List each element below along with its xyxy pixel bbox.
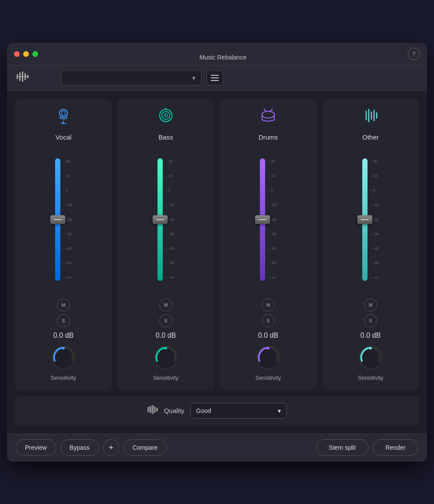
svg-point-28 — [267, 347, 270, 350]
vocal-mute-solo: M S — [57, 298, 70, 327]
other-label: Other — [362, 133, 379, 141]
bass-knob-section: Sensitivity — [152, 344, 179, 381]
drums-icon — [259, 106, 278, 128]
traffic-lights — [14, 51, 38, 57]
dropdown-chevron-icon: ▾ — [192, 74, 196, 82]
hamburger-button[interactable] — [206, 70, 223, 85]
svg-rect-44 — [154, 406, 156, 413]
svg-point-22 — [262, 111, 274, 118]
channel-bass: Bass 20 — [117, 99, 214, 390]
bypass-button[interactable]: Bypass — [60, 439, 99, 456]
vocal-mute-button[interactable]: M — [57, 298, 70, 312]
drums-knob-section: Sensitivity — [255, 344, 282, 381]
quality-bar: Quality Good ▾ — [15, 396, 419, 426]
channel-drums: Drums 20 — [220, 99, 317, 390]
bass-sensitivity-knob[interactable] — [152, 344, 179, 371]
other-db-value: 0.0 dB — [360, 332, 381, 340]
toolbar: ▾ — [7, 66, 427, 91]
main-content: Vocal 20 — [7, 91, 427, 434]
svg-point-18 — [165, 115, 167, 116]
svg-rect-43 — [152, 405, 154, 414]
vocal-sensitivity-label: Sensitivity — [51, 374, 77, 381]
channel-vocal: Vocal 20 — [15, 99, 112, 390]
other-fader-container: 20 10 0 -10 -20 -30 -40 -50 -Inf — [362, 145, 379, 294]
other-solo-button[interactable]: S — [364, 314, 377, 327]
vocal-knob-section: Sensitivity — [50, 344, 77, 381]
vocal-icon — [54, 106, 73, 128]
bass-mute-button[interactable]: M — [159, 298, 172, 312]
fullscreen-button[interactable] — [32, 51, 38, 57]
bass-icon — [156, 106, 175, 128]
drums-db-value: 0.0 dB — [258, 332, 278, 340]
bass-mute-solo: M S — [159, 298, 172, 327]
channel-other: Other 20 — [322, 99, 419, 390]
svg-rect-41 — [147, 407, 149, 412]
window-title: Music Rebalance — [200, 54, 246, 61]
vocal-fader-container: 20 10 0 -10 -20 -30 -40 -50 -Inf — [55, 145, 72, 294]
quality-label: Quality — [164, 407, 185, 414]
vocal-solo-button[interactable]: S — [57, 314, 70, 327]
help-button[interactable]: ? — [408, 48, 420, 60]
bass-label: Bass — [158, 133, 173, 141]
bass-solo-button[interactable]: S — [159, 314, 172, 327]
other-knob-section: Sensitivity — [357, 344, 384, 381]
drums-fader-container: 20 10 0 -10 -20 -30 -40 -50 -Inf — [260, 145, 276, 294]
other-sensitivity-label: Sensitivity — [358, 374, 384, 381]
other-mute-button[interactable]: M — [364, 298, 377, 312]
add-button[interactable]: + — [103, 439, 119, 456]
app-window: Music Rebalance ? ▾ — [7, 43, 427, 462]
bottom-bar: Preview Bypass + Compare Stem split Rend… — [7, 434, 427, 462]
drums-mute-button[interactable]: M — [262, 298, 275, 312]
other-icon — [361, 106, 380, 128]
bass-fader-container: 20 10 0 -10 -20 -30 -40 -50 -Inf — [158, 145, 174, 294]
other-mute-solo: M S — [364, 298, 377, 327]
logo-icon — [16, 70, 30, 85]
svg-point-21 — [164, 347, 167, 350]
channels-row: Vocal 20 — [15, 99, 419, 390]
quality-select[interactable]: Good ▾ — [190, 403, 287, 419]
svg-rect-42 — [150, 406, 151, 413]
titlebar: Music Rebalance ? — [7, 43, 427, 66]
svg-rect-45 — [156, 408, 158, 411]
drums-label: Drums — [259, 133, 278, 141]
svg-point-10 — [62, 111, 65, 116]
quality-chevron-icon: ▾ — [278, 407, 281, 414]
quality-value: Good — [196, 407, 211, 414]
drums-sensitivity-knob[interactable] — [255, 344, 282, 371]
drums-mute-solo: M S — [262, 298, 275, 327]
stem-split-button[interactable]: Stem split — [316, 439, 368, 456]
render-button[interactable]: Render — [373, 439, 418, 456]
svg-point-14 — [62, 347, 65, 350]
quality-icon — [147, 405, 158, 416]
drums-solo-button[interactable]: S — [262, 314, 275, 327]
vocal-label: Vocal — [56, 133, 72, 141]
minimize-button[interactable] — [23, 51, 29, 57]
vocal-sensitivity-knob[interactable] — [50, 344, 77, 371]
close-button[interactable] — [14, 51, 20, 57]
preview-button[interactable]: Preview — [16, 439, 56, 456]
bass-sensitivity-label: Sensitivity — [153, 374, 179, 381]
preset-dropdown[interactable]: ▾ — [61, 70, 201, 85]
compare-button[interactable]: Compare — [123, 439, 167, 456]
vocal-db-value: 0.0 dB — [53, 332, 74, 340]
svg-point-40 — [369, 347, 372, 350]
drums-sensitivity-label: Sensitivity — [256, 374, 281, 381]
bass-db-value: 0.0 dB — [156, 332, 176, 340]
other-sensitivity-knob[interactable] — [357, 344, 384, 371]
